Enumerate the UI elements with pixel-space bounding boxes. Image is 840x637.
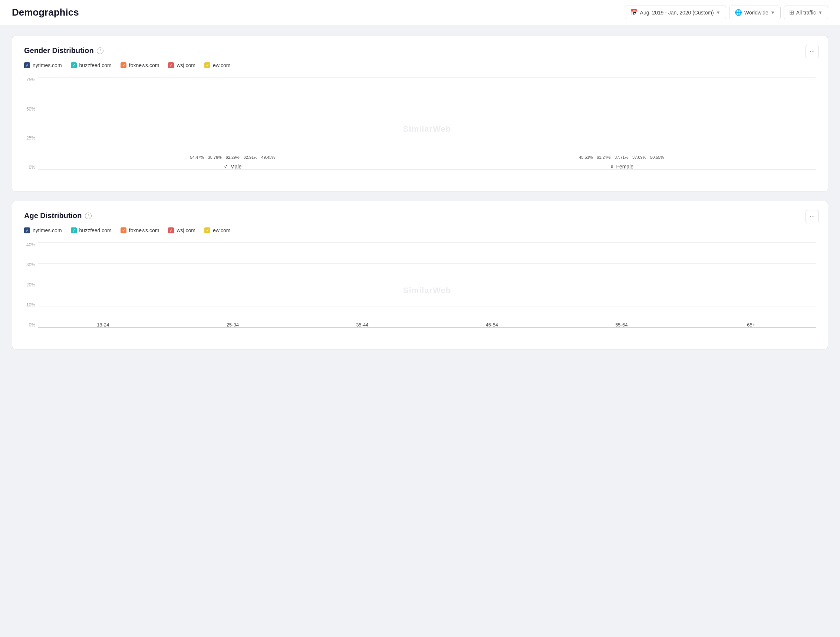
legend-checkbox-ew (204, 228, 210, 233)
legend-checkbox-ew (204, 62, 210, 68)
bar-wrapper-wsj: 37.09% (631, 155, 647, 161)
region-picker[interactable]: 🌐 Worldwide ▼ (729, 6, 781, 19)
legend-item-nytimes: nytimes.com (24, 62, 62, 68)
gender-group-text: Male (230, 164, 242, 169)
gender-group-female: 45.53%61.24%37.71%37.09%50.55%♀Female (427, 155, 816, 170)
page-title: Demographics (12, 7, 79, 18)
gender-chart-area: 0%25%50%75% 54.47%38.76%62.29%62.91%49.4… (24, 77, 816, 181)
y-label: 40% (24, 242, 35, 247)
age-group-45-54: 45-54 (427, 320, 557, 327)
legend-item-wsj: wsj.com (168, 228, 196, 233)
age-bars-container: 18-2425-3435-4445-5455-6465+ (38, 242, 816, 327)
legend-item-nytimes: nytimes.com (24, 228, 62, 233)
bar-value-label: 62.91% (244, 155, 257, 160)
gender-group-text: Female (616, 164, 633, 169)
age-bars-area: 18-2425-3435-4445-5455-6465+ SimilarWeb (38, 242, 816, 339)
y-label: 50% (24, 106, 35, 112)
age-group-label: 45-54 (486, 322, 498, 327)
legend-label-ew: ew.com (213, 228, 230, 233)
legend-item-buzzfeed: buzzfeed.com (71, 228, 112, 233)
legend-item-buzzfeed: buzzfeed.com (71, 62, 112, 68)
age-groups: 18-2425-3435-4445-5455-6465+ (38, 242, 816, 327)
legend-checkbox-foxnews (120, 228, 126, 233)
y-label: 25% (24, 135, 35, 141)
globe-icon: 🌐 (735, 9, 742, 16)
age-group-label: 65+ (747, 322, 755, 327)
date-chevron-icon: ▼ (716, 10, 721, 15)
legend-checkbox-wsj (168, 228, 174, 233)
bar-value-label: 37.71% (614, 155, 628, 160)
legend-checkbox-nytimes (24, 228, 30, 233)
bar-wrapper-ew: 50.55% (649, 155, 665, 161)
traffic-icon: ⊞ (789, 9, 794, 16)
age-group-label: 25-34 (227, 322, 239, 327)
age-group-18-24: 18-24 (38, 320, 168, 327)
age-legend: nytimes.combuzzfeed.comfoxnews.comwsj.co… (24, 228, 816, 233)
y-label: 30% (24, 262, 35, 267)
bar-wrapper-foxnews: 62.29% (224, 155, 241, 161)
age-group-25-34: 25-34 (168, 320, 298, 327)
age-group-label: 55-64 (615, 322, 627, 327)
legend-label-foxnews: foxnews.com (129, 62, 159, 68)
legend-item-foxnews: foxnews.com (120, 62, 159, 68)
gender-chart-body: 54.47%38.76%62.29%62.91%49.45%♂Male45.53… (38, 77, 816, 181)
bar-value-label: 62.29% (226, 155, 240, 160)
age-info-icon[interactable]: i (85, 213, 92, 219)
legend-checkbox-buzzfeed (71, 62, 77, 68)
gender-card-title: Gender Distribution i (24, 46, 816, 55)
female-icon: ♀ (609, 163, 614, 170)
main-content: Gender Distribution i ··· nytimes.combuz… (0, 25, 840, 360)
gender-group-label: ♂Male (224, 163, 242, 170)
gender-legend: nytimes.combuzzfeed.comfoxnews.comwsj.co… (24, 62, 816, 68)
age-menu-button[interactable]: ··· (805, 210, 819, 223)
age-group-65+: 65+ (687, 320, 816, 327)
bar-value-label: 61.24% (597, 155, 610, 160)
bar-value-label: 50.55% (650, 155, 664, 160)
age-group-35-44: 35-44 (297, 320, 427, 327)
legend-item-ew: ew.com (204, 228, 230, 233)
age-card-title: Age Distribution i (24, 212, 816, 220)
legend-item-ew: ew.com (204, 62, 230, 68)
legend-label-nytimes: nytimes.com (33, 228, 62, 233)
bar-wrapper-ew: 49.45% (260, 155, 276, 161)
region-chevron-icon: ▼ (771, 10, 775, 15)
gender-groups: 54.47%38.76%62.29%62.91%49.45%♂Male45.53… (38, 77, 816, 170)
age-chart: 0%10%20%30%40% 18-2425-3435-4445-5455-64… (24, 242, 816, 339)
bar-wrapper-nytimes: 45.53% (578, 155, 594, 161)
y-label: 20% (24, 282, 35, 288)
legend-label-nytimes: nytimes.com (33, 62, 62, 68)
male-icon: ♂ (224, 163, 228, 170)
y-label: 75% (24, 77, 35, 82)
legend-label-wsj: wsj.com (177, 228, 196, 233)
header-controls: 📅 Aug, 2019 - Jan, 2020 (Custom) ▼ 🌐 Wor… (625, 6, 828, 19)
legend-checkbox-buzzfeed (71, 228, 77, 233)
legend-item-foxnews: foxnews.com (120, 228, 159, 233)
gender-bars-male: 54.47%38.76%62.29%62.91%49.45% (38, 155, 427, 161)
date-range-picker[interactable]: 📅 Aug, 2019 - Jan, 2020 (Custom) ▼ (625, 6, 726, 19)
traffic-chevron-icon: ▼ (818, 10, 823, 15)
gender-y-axis: 0%25%50%75% (24, 77, 38, 181)
gender-info-icon[interactable]: i (97, 47, 103, 54)
y-label: 10% (24, 302, 35, 308)
legend-label-ew: ew.com (213, 62, 230, 68)
gender-distribution-card: Gender Distribution i ··· nytimes.combuz… (12, 36, 828, 192)
traffic-label: All traffic (796, 9, 816, 16)
gender-menu-button[interactable]: ··· (805, 45, 819, 58)
legend-checkbox-foxnews (120, 62, 126, 68)
date-range-label: Aug, 2019 - Jan, 2020 (Custom) (640, 9, 714, 16)
bar-wrapper-wsj: 62.91% (242, 155, 259, 161)
traffic-picker[interactable]: ⊞ All traffic ▼ (784, 6, 828, 19)
age-y-axis: 0%10%20%30%40% (24, 242, 38, 339)
age-group-55-64: 55-64 (557, 320, 687, 327)
bar-wrapper-buzzfeed: 61.24% (595, 155, 612, 161)
y-label: 0% (24, 165, 35, 170)
age-chart-wrapper: 0%10%20%30%40% 18-2425-3435-4445-5455-64… (24, 242, 816, 339)
gender-chart: 0%25%50%75% 54.47%38.76%62.29%62.91%49.4… (24, 77, 816, 181)
gender-group-male: 54.47%38.76%62.29%62.91%49.45%♂Male (38, 155, 427, 170)
gender-bars-female: 45.53%61.24%37.71%37.09%50.55% (427, 155, 816, 161)
legend-label-buzzfeed: buzzfeed.com (79, 62, 112, 68)
y-label: 0% (24, 322, 35, 327)
legend-item-wsj: wsj.com (168, 62, 196, 68)
bar-wrapper-foxnews: 37.71% (613, 155, 630, 161)
gender-bars-container: 54.47%38.76%62.29%62.91%49.45%♂Male45.53… (38, 77, 816, 170)
